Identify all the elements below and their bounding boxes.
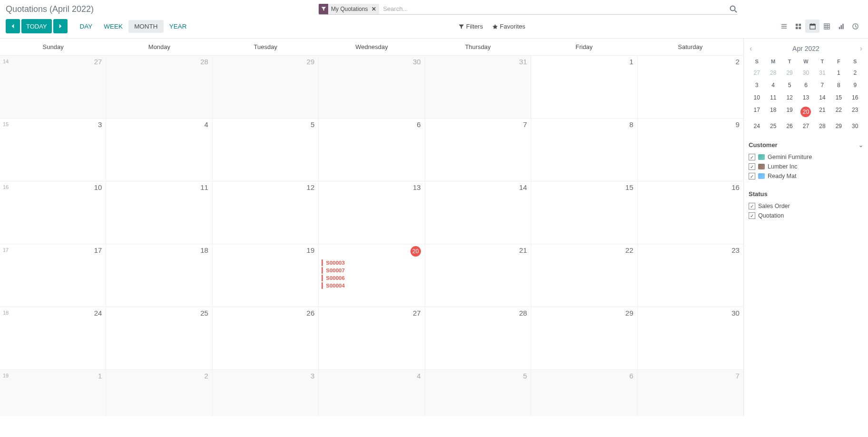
checkbox-icon[interactable]: ✓ — [749, 212, 755, 219]
range-month[interactable]: MONTH — [128, 20, 164, 33]
mini-day[interactable]: 5 — [781, 79, 798, 91]
calendar-cell[interactable]: 21 — [425, 244, 531, 307]
mini-day[interactable]: 23 — [847, 104, 863, 119]
today-button[interactable]: TODAY — [21, 19, 52, 33]
mini-day[interactable]: 16 — [847, 92, 863, 103]
chevron-down-icon[interactable]: ⌄ — [858, 142, 863, 149]
mini-day[interactable]: 22 — [830, 104, 847, 119]
calendar-cell[interactable]: 14 — [425, 181, 531, 244]
customer-filter-row[interactable]: ✓Ready Mat — [749, 171, 863, 181]
mini-day[interactable]: 30 — [847, 120, 863, 132]
calendar-cell[interactable]: 9 — [638, 119, 743, 181]
calendar-cell[interactable]: 28 — [106, 56, 212, 118]
calendar-cell[interactable]: 17 — [0, 244, 106, 307]
calendar-cell[interactable]: 11 — [106, 181, 212, 244]
checkbox-icon[interactable]: ✓ — [749, 173, 755, 179]
range-day[interactable]: DAY — [74, 20, 98, 33]
mini-day[interactable]: 27 — [749, 67, 765, 79]
mini-day[interactable]: 4 — [765, 79, 781, 91]
calendar-event[interactable]: S00006 — [322, 275, 421, 281]
calendar-cell[interactable]: 1 — [531, 56, 637, 118]
calendar-cell[interactable]: 27 — [319, 307, 425, 369]
calendar-event[interactable]: S00004 — [322, 282, 421, 289]
range-year[interactable]: YEAR — [164, 20, 193, 33]
mini-day[interactable]: 28 — [814, 120, 830, 132]
calendar-cell[interactable]: 29 — [531, 307, 637, 369]
mini-day[interactable]: 2 — [847, 67, 863, 79]
calendar-cell[interactable]: 22 — [531, 244, 637, 307]
calendar-cell[interactable]: 1 — [0, 370, 106, 416]
calendar-cell[interactable]: 12 — [213, 181, 319, 244]
mini-day[interactable]: 8 — [830, 79, 847, 91]
calendar-cell[interactable]: 18 — [106, 244, 212, 307]
customer-filter-row[interactable]: ✓Lumber Inc — [749, 162, 863, 171]
calendar-cell[interactable]: 15 — [531, 181, 637, 244]
mini-day[interactable]: 29 — [781, 67, 798, 79]
calendar-cell[interactable]: 2 — [638, 56, 743, 118]
search-box[interactable]: My Quotations ✕ — [319, 4, 737, 15]
calendar-cell[interactable]: 13 — [319, 181, 425, 244]
calendar-cell[interactable]: 26 — [213, 307, 319, 369]
search-input[interactable] — [382, 4, 727, 14]
mini-day[interactable]: 27 — [798, 120, 814, 132]
prev-button[interactable] — [6, 19, 20, 33]
checkbox-icon[interactable]: ✓ — [749, 163, 755, 170]
mini-day[interactable]: 12 — [781, 92, 798, 103]
view-kanban-icon[interactable] — [791, 20, 805, 33]
calendar-cell[interactable]: 4 — [106, 119, 212, 181]
status-filter-row[interactable]: ✓Quotation — [749, 211, 863, 220]
mini-day[interactable]: 28 — [765, 67, 781, 79]
calendar-cell[interactable]: 30 — [638, 307, 743, 369]
view-pivot-icon[interactable] — [819, 20, 834, 33]
view-activity-icon[interactable] — [848, 20, 862, 33]
status-filter-row[interactable]: ✓Sales Order — [749, 201, 863, 211]
mini-day[interactable]: 17 — [749, 104, 765, 119]
range-week[interactable]: WEEK — [98, 20, 128, 33]
calendar-cell[interactable]: 3 — [213, 370, 319, 416]
calendar-cell[interactable]: 5 — [213, 119, 319, 181]
mini-day[interactable]: 18 — [765, 104, 781, 119]
view-graph-icon[interactable] — [834, 20, 848, 33]
calendar-cell[interactable]: 27 — [0, 56, 106, 118]
view-calendar-icon[interactable] — [805, 20, 819, 33]
calendar-cell[interactable]: 25 — [106, 307, 212, 369]
mini-day[interactable]: 19 — [781, 104, 798, 119]
mini-day[interactable]: 29 — [830, 120, 847, 132]
calendar-cell[interactable]: 7 — [425, 119, 531, 181]
calendar-cell[interactable]: 6 — [531, 370, 637, 416]
search-icon[interactable] — [730, 5, 737, 13]
mini-day[interactable]: 15 — [830, 92, 847, 103]
mini-day[interactable]: 30 — [798, 67, 814, 79]
mini-day[interactable]: 24 — [749, 120, 765, 132]
calendar-cell[interactable]: 6 — [319, 119, 425, 181]
mini-day[interactable]: 20 — [798, 104, 814, 119]
mini-day[interactable]: 11 — [765, 92, 781, 103]
calendar-cell[interactable]: 29 — [213, 56, 319, 118]
mini-day[interactable]: 10 — [749, 92, 765, 103]
mini-day[interactable]: 14 — [814, 92, 830, 103]
next-button[interactable] — [53, 19, 68, 33]
facet-remove-icon[interactable]: ✕ — [371, 6, 379, 12]
customer-filter-row[interactable]: ✓Gemini Furniture — [749, 152, 863, 162]
checkbox-icon[interactable]: ✓ — [749, 154, 755, 160]
mini-day[interactable]: 31 — [814, 67, 830, 79]
calendar-event[interactable]: S00007 — [322, 267, 421, 274]
mini-day[interactable]: 6 — [798, 79, 814, 91]
calendar-event[interactable]: S00003 — [322, 259, 421, 266]
calendar-cell[interactable]: 31 — [425, 56, 531, 118]
mini-day[interactable]: 25 — [765, 120, 781, 132]
calendar-cell[interactable]: 23 — [638, 244, 743, 307]
view-list-icon[interactable] — [777, 20, 791, 33]
mini-day[interactable]: 21 — [814, 104, 830, 119]
mini-day[interactable]: 3 — [749, 79, 765, 91]
calendar-cell[interactable]: 30 — [319, 56, 425, 118]
mini-day[interactable]: 7 — [814, 79, 830, 91]
calendar-cell[interactable]: 10 — [0, 181, 106, 244]
favorites-dropdown[interactable]: Favorites — [492, 23, 525, 30]
calendar-cell[interactable]: 28 — [425, 307, 531, 369]
mini-day[interactable]: 13 — [798, 92, 814, 103]
calendar-cell[interactable]: 8 — [531, 119, 637, 181]
mini-day[interactable]: 26 — [781, 120, 798, 132]
calendar-cell[interactable]: 19 — [213, 244, 319, 307]
filters-dropdown[interactable]: Filters — [458, 23, 483, 30]
